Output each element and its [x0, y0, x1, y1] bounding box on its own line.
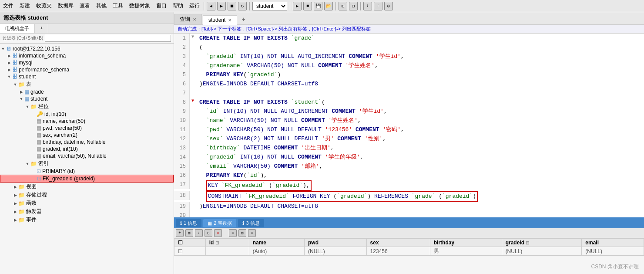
tree-item-col-gradeid[interactable]: ▤ gradeid, int(10) [0, 145, 174, 152]
expand-events[interactable]: ▶ [12, 218, 18, 222]
expand-infschema[interactable]: ▶ [6, 54, 12, 58]
expand-student-table[interactable]: ▼ [18, 97, 24, 101]
bottom-btn-delete[interactable]: ✕ [214, 229, 222, 237]
expand-views[interactable]: ▶ [12, 185, 18, 189]
expand-funcs[interactable]: ▶ [12, 201, 18, 206]
tree-item-col-name[interactable]: ▤ name, varchar(50) [0, 118, 174, 125]
grid-col-birthday[interactable]: birthday [430, 239, 502, 247]
toolbar-btn-filter[interactable]: ⊟ [349, 2, 358, 10]
left-tabs[interactable]: 电视机盒子 + [0, 24, 174, 34]
expand-tables[interactable]: ▼ [12, 82, 18, 87]
menu-database[interactable]: 数据库 [57, 2, 75, 10]
row-gradeid[interactable]: (NULL) [502, 247, 582, 256]
tree-item-idx-fk[interactable]: ⊡ FK_greadeid (gradeid) [0, 175, 174, 183]
grid-col-id[interactable]: id ⊡ [205, 239, 249, 247]
bottom-btn-filter2[interactable]: ⊟ [238, 229, 246, 237]
bottom-btn-filter3[interactable]: ≡ [248, 229, 256, 237]
toolbar-btn-export[interactable]: ↑ [374, 2, 382, 10]
menu-run[interactable]: 运行 [188, 2, 201, 10]
fold-1[interactable]: ▼ [190, 34, 196, 39]
table-row[interactable]: ☐ (Auto) (NULL) 123456 男 (NULL) (NULL) [174, 247, 644, 256]
menu-view[interactable]: 查看 [78, 2, 91, 10]
tree-item-idx-primary[interactable]: ⊡ PRIMARY (id) [0, 168, 174, 175]
database-selector[interactable]: student [252, 2, 287, 10]
tree-item-procs-folder[interactable]: ▶ 📁 存储过程 [0, 191, 174, 199]
left-tab-main[interactable]: 电视机盒子 [0, 24, 35, 33]
expand-root[interactable]: ▼ [0, 47, 6, 51]
row-birthday[interactable]: 男 [430, 247, 502, 256]
expand-procs[interactable]: ▶ [12, 193, 18, 197]
toolbar-btn-refresh[interactable]: ↻ [238, 2, 247, 10]
toolbar-btn-stop2[interactable]: ■ [303, 2, 312, 10]
row-name[interactable]: (Auto) [249, 247, 304, 256]
menu-favorites[interactable]: 收藏夹 [35, 2, 53, 10]
tree-item-infschema[interactable]: ▶ 🗄 information_schema [0, 52, 174, 59]
tree-item-col-id[interactable]: 🔑 id, int(10) [0, 111, 174, 118]
menu-bar[interactable]: 文件 新建 收藏夹 数据库 查看 其他 工具 数据对象 窗口 帮助 运行 [2, 2, 201, 10]
menu-tools[interactable]: 工具 [111, 2, 124, 10]
menu-other[interactable]: 其他 [95, 2, 108, 10]
tree-item-col-email[interactable]: ▤ email, varchar(50), Nullable [0, 152, 174, 159]
grid-col-pwd[interactable]: pwd [304, 239, 366, 247]
tab-add-button[interactable]: + [238, 15, 248, 24]
row-sex[interactable]: 123456 [366, 247, 430, 256]
tree-item-events-folder[interactable]: ▶ 📁 事件 [0, 216, 174, 224]
left-tab-add[interactable]: + [35, 24, 48, 33]
bottom-btn-refresh[interactable]: ↻ [205, 229, 212, 237]
code-editor[interactable]: 1 ▼ CREATE TABLE IF NOT EXISTS `grade` 2… [174, 34, 644, 217]
expand-triggers[interactable]: ▶ [12, 210, 18, 214]
expand-student[interactable]: ▼ [6, 74, 12, 79]
bottom-tab-data[interactable]: ▦ 2 表数据 [203, 219, 236, 227]
menu-new[interactable]: 新建 [18, 2, 31, 10]
bottom-tab-info3[interactable]: ℹ 3 信息 [238, 219, 264, 227]
grid-col-gradeid[interactable]: gradeid ⊡ [502, 239, 582, 247]
tree-item-col-pwd[interactable]: ▤ pwd, varchar(50) [0, 125, 174, 132]
filter-input[interactable] [45, 35, 171, 42]
bottom-tab-info1[interactable]: ℹ 1 信息 [176, 219, 201, 227]
tree-item-root[interactable]: ▼ 🖥 root@172.22.10.156 [0, 45, 174, 52]
row-pwd[interactable]: (NULL) [304, 247, 366, 256]
expand-grade[interactable]: ▶ [18, 90, 24, 94]
tree-item-tables-folder[interactable]: ▼ 📁 表 [0, 80, 174, 88]
tab-query[interactable]: 查询 ✕ [174, 14, 202, 24]
menu-window[interactable]: 窗口 [155, 2, 168, 10]
menu-data[interactable]: 数据对象 [128, 2, 151, 10]
tree-item-grade[interactable]: ▶ ▦ grade [0, 88, 174, 95]
tree-item-perfschema[interactable]: ▶ 🗄 performance_schema [0, 66, 174, 73]
tree-item-student-db[interactable]: ▼ 🗄 student [0, 73, 174, 80]
toolbar-btn-grid[interactable]: ⊞ [339, 2, 347, 10]
tab-student[interactable]: student ✕ [203, 15, 237, 25]
tree-item-col-sex[interactable]: ▤ sex, varchar(2) [0, 132, 174, 139]
tree-item-mysql[interactable]: ▶ 🗄 mysql [0, 59, 174, 66]
row-email[interactable]: (NULL) [582, 247, 644, 256]
toolbar-btn-run[interactable]: ▶ [293, 2, 302, 10]
toolbar-btn-back[interactable]: ◀ [207, 2, 215, 10]
menu-file[interactable]: 文件 [2, 2, 15, 10]
expand-indexes[interactable]: ▼ [24, 162, 30, 166]
tree-item-views-folder[interactable]: ▶ 📁 视图 [0, 183, 174, 191]
tree-item-triggers-folder[interactable]: ▶ 📁 触发器 [0, 207, 174, 216]
fold-8[interactable]: ▼ [190, 98, 196, 103]
bottom-btn-grid[interactable]: ⊞ [185, 229, 193, 237]
menu-help[interactable]: 帮助 [171, 2, 184, 10]
tab-query-close[interactable]: ✕ [193, 17, 196, 22]
expand-columns[interactable]: ▼ [24, 105, 30, 109]
toolbar-btn-stop[interactable]: ⏹ [228, 2, 236, 10]
expand-perfschema[interactable]: ▶ [6, 68, 12, 72]
toolbar-btn-import[interactable]: ↓ [363, 2, 372, 10]
toolbar-btn-open[interactable]: 📂 [324, 2, 333, 10]
grid-col-email[interactable]: email [582, 239, 644, 247]
data-grid-container[interactable]: ☐ id ⊡ name pwd sex birthday gradeid ⊡ e… [174, 238, 644, 274]
bottom-btn-add[interactable]: + [176, 229, 184, 237]
tree-item-col-birthday[interactable]: ▤ birthday, datetime, Nullable [0, 139, 174, 145]
grid-col-name[interactable]: name [249, 239, 304, 247]
tab-student-close[interactable]: ✕ [228, 18, 231, 23]
expand-mysql[interactable]: ▶ [6, 61, 12, 65]
row-id[interactable] [205, 247, 249, 256]
tree-item-indexes-folder[interactable]: ▼ 📁 索引 [0, 159, 174, 168]
tree-item-student-table[interactable]: ▼ ▦ student [0, 95, 174, 102]
tree-item-funcs-folder[interactable]: ▶ 📁 函数 [0, 199, 174, 207]
toolbar-btn-forward[interactable]: ▶ [217, 2, 226, 10]
toolbar-btn-save[interactable]: 💾 [314, 2, 322, 10]
toolbar-btn-tools2[interactable]: ⚙ [384, 2, 393, 10]
